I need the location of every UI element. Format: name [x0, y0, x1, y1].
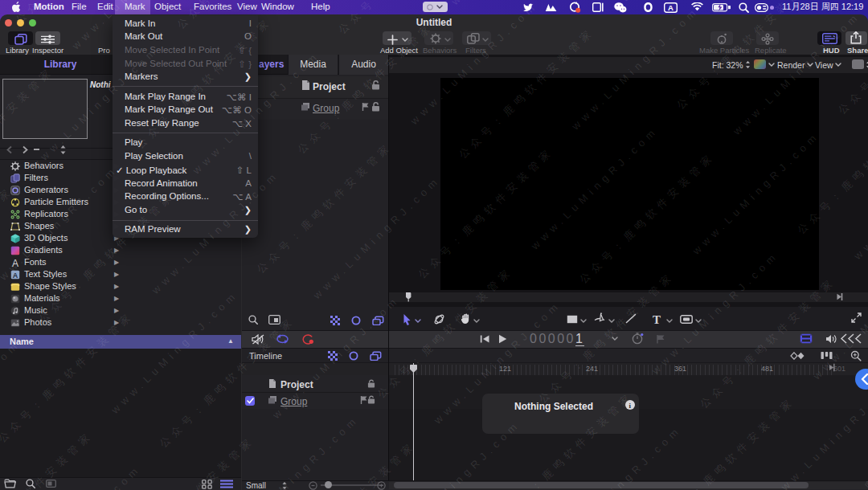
svg-text:A: A: [668, 3, 674, 12]
svg-text:A: A: [12, 258, 18, 267]
svg-text:A: A: [13, 272, 18, 280]
